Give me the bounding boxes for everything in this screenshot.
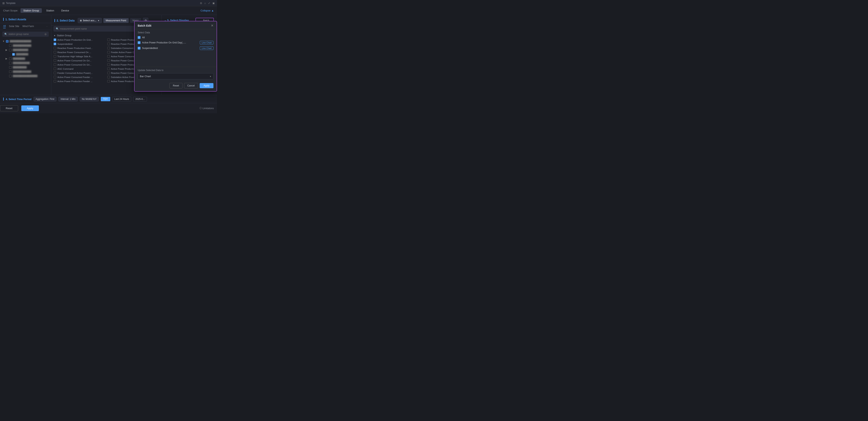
batch-close-button[interactable]: ✕ [211,24,213,27]
tree-label: ██████████ [13,49,49,51]
info-icon: ⓘ [199,107,202,110]
limitations-text: Limitations [203,107,214,110]
data-checkbox[interactable] [107,55,110,58]
asset-tree: ▼ ██████████████ ▶ ████████████ ▶ ██████… [0,38,51,95]
reset-button[interactable]: Reset [0,105,18,111]
data-checkbox[interactable] [54,59,56,62]
tree-label: ████████ [16,53,49,56]
tab-solar-site[interactable]: Solar Site [9,25,19,28]
data-checkbox[interactable] [107,51,110,54]
tab-measurement-point[interactable]: Measurement Point [103,18,129,23]
expand-arrow-icon[interactable]: ▶ [5,49,8,51]
tab-wind-farm[interactable]: Wind Farm [22,25,34,28]
data-header-title: 2. Select Data [57,19,74,22]
data-checkbox[interactable] [54,42,56,45]
tab-more-icon[interactable]: ··· [46,25,48,28]
data-item-label: AGC Command [57,68,106,70]
scope-station-group[interactable]: Station Group [21,8,42,13]
data-checkbox[interactable] [107,67,110,70]
data-item: Reactive Power Consumed On ... [54,50,106,54]
tree-checkbox[interactable] [12,53,15,56]
batch-checkbox-suspended[interactable] [138,47,141,50]
batch-footer: Reset Cancel Apply [134,81,217,91]
tree-checkbox[interactable] [9,66,12,69]
batch-update-section: Update Selected Data to Bar Chart Line C… [134,67,217,81]
tree-checkbox[interactable] [9,57,12,60]
batch-edit-title: Batch Edit [138,24,151,27]
tree-checkbox[interactable] [6,40,8,42]
data-checkbox[interactable] [54,47,56,49]
tree-item: ▶ ████████████ [0,43,51,48]
tree-item: ▶ ██████████ [0,48,51,52]
tree-item: ▶ ████████ [0,52,51,56]
grid-view-icon[interactable]: ⊟ [200,2,202,4]
asset-search-input[interactable] [8,33,43,35]
tree-label: █████████ [13,66,49,68]
batch-update-label: Update Selected Data to [138,69,213,72]
data-checkbox[interactable] [54,51,56,54]
bottom-bar: Reset Apply ⓘ Limitations [0,103,217,113]
last-24-hours-button[interactable]: Last 24 Hours [112,97,131,101]
expand-arrow-icon[interactable]: ▼ [2,40,5,42]
assets-panel-header: 1. Select Assets [0,15,51,23]
data-checkbox[interactable] [107,80,110,83]
section-collapse-icon: ▼ [54,34,56,37]
collapse-button[interactable]: Collapse ▲ [200,9,214,12]
batch-checkbox-all[interactable] [138,36,141,39]
data-checkbox[interactable] [54,67,56,70]
data-checkbox[interactable] [54,38,56,41]
data-checkbox[interactable] [107,38,110,41]
data-checkbox[interactable] [107,42,110,45]
data-item-label: Active Power Production On Grid... [57,39,106,41]
batch-apply-button[interactable]: Apply [199,83,213,88]
data-item-label: Reactive Power Production Feed... [57,47,106,49]
data-checkbox[interactable] [54,63,56,66]
tab-all[interactable]: All [3,25,6,28]
home-icon[interactable]: ⌂ [205,2,206,4]
filter-icon[interactable]: ⊕ [44,33,47,36]
tdy-button[interactable]: TDY [101,97,110,101]
panel-assets: 1. Select Assets All Solar Site Wind Far… [0,15,51,95]
batch-chart-tag-suspended: Line Chart [200,47,213,50]
window-icon[interactable]: ▣ [213,2,215,4]
tree-checkbox[interactable] [9,75,12,78]
expand-icon[interactable]: ⤢ [208,2,210,4]
aggregation-dropdown[interactable]: Aggregation: First [34,97,57,101]
data-checkbox[interactable] [107,59,110,62]
tree-checkbox[interactable] [9,49,12,51]
scope-station[interactable]: Station [43,8,57,13]
template-grid-icon: ⊞ [2,2,5,5]
apply-button[interactable]: Apply [21,106,39,111]
tree-checkbox[interactable] [9,44,12,47]
batch-cancel-button[interactable]: Cancel [184,83,198,88]
batch-checkbox-active-power[interactable] [138,41,141,44]
data-checkbox[interactable] [107,63,110,66]
scope-device[interactable]: Device [59,8,72,13]
data-checkbox[interactable] [54,76,56,78]
data-checkbox[interactable] [107,47,110,49]
data-checkbox[interactable] [107,72,110,74]
data-item: Active Power Consumed On Gri... [54,63,106,67]
tree-checkbox[interactable] [9,62,12,64]
batch-select-data-label: Select Data [134,29,217,35]
select-account-dropdown[interactable]: ⊞ Select acc... ▼ [78,18,102,23]
data-checkbox[interactable] [107,76,110,78]
interval-dropdown[interactable]: Interval: 1 Min [58,97,78,101]
header-bar-accent [3,97,4,101]
data-item-label: Active Power Consumed On Gri... [57,59,106,62]
batch-reset-button[interactable]: Reset [169,83,182,88]
date-picker-button[interactable]: 2025-0... [133,97,147,101]
batch-item-active-power: Active Power Production On Grid Day(..… … [134,40,217,46]
mom-yoy-dropdown[interactable]: No MoM&YoY [80,97,99,101]
data-checkbox[interactable] [54,80,56,83]
asset-tabs: All Solar Site Wind Farm ··· [0,23,51,30]
data-checkbox[interactable] [54,55,56,58]
tree-item: ▶ ████████████████ [0,74,51,78]
chart-type-select[interactable]: Bar Chart Line Chart Scatter Chart Area … [138,73,213,79]
data-item: AGC Command [54,67,106,71]
expand-arrow-icon[interactable]: ▶ [5,57,8,60]
data-checkbox[interactable] [54,72,56,74]
data-item: Active Power Production On Grid... [54,38,106,42]
tree-checkbox[interactable] [9,70,12,73]
assets-header-title: 1. Select Assets [5,18,26,21]
